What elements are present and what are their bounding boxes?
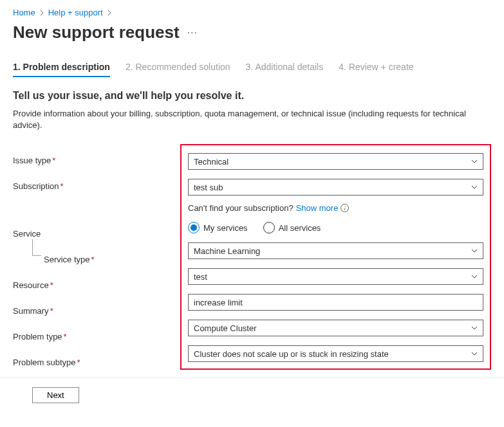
chevron-down-icon [471, 273, 478, 280]
label-service-type: Service type* [13, 251, 180, 268]
issue-type-value: Technical [194, 157, 229, 167]
page-title-row: New support request ··· [13, 23, 491, 42]
label-subscription: Subscription* [13, 177, 180, 194]
resource-value: test [194, 272, 207, 282]
show-more-link[interactable]: Show more [296, 203, 339, 213]
label-problem-type: Problem type* [13, 328, 180, 345]
problem-type-select[interactable]: Compute Cluster [188, 320, 483, 336]
chevron-right-icon [39, 8, 44, 17]
problem-type-value: Compute Cluster [194, 323, 257, 333]
tab-review-create[interactable]: 4. Review + create [339, 62, 413, 77]
issue-type-select[interactable]: Technical [188, 153, 483, 170]
tree-line-icon [32, 239, 41, 256]
service-scope-radios: My services All services [188, 222, 483, 233]
tab-problem-description[interactable]: 1. Problem description [13, 62, 110, 77]
wizard-tabs: 1. Problem description 2. Recommended so… [13, 62, 491, 77]
problem-subtype-value: Cluster does not scale up or is stuck in… [194, 349, 389, 359]
section-description: Provide information about your billing, … [13, 108, 491, 131]
resource-select[interactable]: test [188, 268, 483, 285]
chevron-right-icon [107, 8, 112, 17]
radio-my-services-label: My services [203, 223, 248, 233]
subscription-select[interactable]: test sub [188, 179, 483, 195]
summary-value: increase limit [194, 298, 243, 307]
form-controls-area: Technical test sub Can't find your subsc… [180, 144, 491, 370]
radio-unchecked-icon [263, 222, 275, 233]
form-labels-column: Issue type* Subscription* Service Servic… [13, 144, 180, 379]
helper-text: Can't find your subscription? [188, 203, 294, 213]
service-type-select[interactable]: Machine Learning [188, 242, 483, 259]
next-button[interactable]: Next [32, 387, 79, 403]
summary-input[interactable]: increase limit [188, 294, 483, 311]
service-type-value: Machine Learning [194, 246, 260, 256]
chevron-down-icon [471, 248, 478, 254]
form: Issue type* Subscription* Service Servic… [13, 144, 491, 370]
more-menu-icon[interactable]: ··· [187, 27, 198, 39]
tab-recommended-solution[interactable]: 2. Recommended solution [126, 62, 230, 77]
label-issue-type: Issue type* [13, 152, 180, 168]
breadcrumb: Home Help + support [13, 8, 491, 17]
spacer [13, 203, 180, 216]
label-resource: Resource* [13, 277, 180, 293]
subscription-value: test sub [194, 183, 223, 192]
page-title: New support request [13, 23, 180, 42]
label-problem-subtype: Problem subtype* [13, 354, 180, 370]
radio-all-services[interactable]: All services [263, 222, 321, 233]
chevron-down-icon [471, 158, 478, 165]
radio-all-services-label: All services [279, 223, 321, 233]
radio-checked-icon [188, 222, 200, 233]
chevron-down-icon [471, 350, 478, 357]
label-summary: Summary* [13, 302, 180, 319]
chevron-down-icon [471, 184, 478, 190]
chevron-down-icon [471, 325, 478, 331]
tab-additional-details[interactable]: 3. Additional details [246, 62, 324, 77]
problem-subtype-select[interactable]: Cluster does not scale up or is stuck in… [188, 345, 483, 362]
breadcrumb-help-support[interactable]: Help + support [48, 8, 103, 17]
info-icon[interactable]: i [341, 204, 349, 212]
breadcrumb-home[interactable]: Home [13, 8, 35, 17]
section-heading: Tell us your issue, and we'll help you r… [13, 90, 491, 102]
radio-my-services[interactable]: My services [188, 222, 248, 233]
subscription-helper: Can't find your subscription? Show more … [188, 203, 483, 213]
